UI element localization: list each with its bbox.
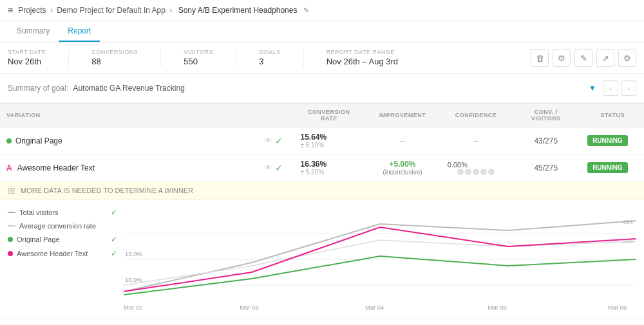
goal-summary-label: Summary of goal: Automatic GA Revenue Tr… <box>8 84 185 93</box>
warning-icon: ⊞ <box>8 185 15 196</box>
svg-text:Mar 03: Mar 03 <box>240 304 258 311</box>
svg-text:10.0%: 10.0% <box>125 277 142 283</box>
chart-section: Total visitors ✓ Average conversion rate… <box>0 200 644 319</box>
legend-color-visitors <box>8 212 15 213</box>
status-badge: RUNNING <box>587 162 628 173</box>
tab-report[interactable]: Report <box>59 21 100 42</box>
top-navigation: ≡ Projects › Demo Project for Default In… <box>0 0 644 21</box>
svg-text:Mar 06: Mar 06 <box>608 304 627 311</box>
legend-dot-awesome <box>8 251 13 256</box>
stat-date-range: REPORT DATE RANGE Nov 26th – Aug 3rd <box>327 49 398 66</box>
chart-legend: Total visitors ✓ Average conversion rate… <box>8 208 124 311</box>
prev-goal-button[interactable]: ‹ <box>603 80 618 96</box>
svg-text:15.0%: 15.0% <box>125 251 142 257</box>
eye-icon[interactable]: 👁 <box>264 136 272 145</box>
stat-divider-3 <box>236 49 236 67</box>
winner-banner: ⊞ MORE DATA IS NEEDED TO DETERMINE A WIN… <box>0 181 644 200</box>
svg-text:Mar 05: Mar 05 <box>488 304 507 311</box>
legend-check-icon: ✓ <box>111 208 117 217</box>
legend-color-avg <box>8 225 15 227</box>
dot-indicator <box>6 138 12 144</box>
svg-text:Mar 04: Mar 04 <box>365 304 384 311</box>
table-row: Original Page 👁 ✓ 15.64% ± 5.10% – – 43/… <box>0 127 644 154</box>
stat-divider-4 <box>303 49 304 67</box>
edit-icon[interactable]: ✎ <box>303 6 309 14</box>
conv-rate-cell: 16.36% ± 5.20% <box>294 154 365 181</box>
legend-item[interactable]: Original Page ✓ <box>8 235 117 244</box>
stats-actions: 🗑 ⚙ ✎ ⇗ ⚙ <box>531 49 636 67</box>
conv-rate-cell: 15.64% ± 5.10% <box>294 127 365 154</box>
delete-button[interactable]: 🗑 <box>531 49 549 67</box>
svg-text:235: 235 <box>623 238 633 245</box>
svg-text:404: 404 <box>623 219 633 225</box>
stat-visitors: VISITORS 550 <box>184 49 213 66</box>
status-cell: RUNNING <box>581 127 644 154</box>
breadcrumb-projects[interactable]: Projects <box>18 6 46 15</box>
stat-divider <box>68 49 69 67</box>
breadcrumb-current: Sony A/B Experiment Headphones <box>178 6 298 15</box>
share-button[interactable]: ⇗ <box>596 49 614 67</box>
stat-conversions: CONVERSIONS 88 <box>91 49 138 66</box>
config-button[interactable]: ⚙ <box>618 49 636 67</box>
improvement-cell: – <box>364 127 441 154</box>
menu-icon[interactable]: ≡ <box>8 5 13 15</box>
tab-bar: Summary Report <box>0 21 644 42</box>
stats-bar: START DATE Nov 26th CONVERSIONS 88 VISIT… <box>0 42 644 74</box>
chart-area: 15.0% 10.0% Mar 02 Mar 03 Mar 04 Mar 05 … <box>124 208 636 311</box>
check-icon: ✓ <box>275 136 283 146</box>
variation-name: A Awesome Header Text <box>6 163 95 172</box>
conv-visitors-cell: 43/275 <box>511 127 581 154</box>
status-badge: RUNNING <box>587 135 628 146</box>
svg-text:Mar 02: Mar 02 <box>124 304 142 311</box>
confidence-dots <box>448 169 505 175</box>
settings-button[interactable]: ⚙ <box>553 49 571 67</box>
legend-item[interactable]: Awesome Header Text ✓ <box>8 249 117 258</box>
row-actions: 👁 ✓ <box>264 163 283 173</box>
legend-check-icon: ✓ <box>111 249 117 258</box>
status-cell: RUNNING <box>581 154 644 181</box>
legend-dot-original <box>8 237 13 242</box>
goal-navigation: ▼ ‹ › <box>589 80 636 96</box>
tab-summary[interactable]: Summary <box>8 21 59 42</box>
variation-letter: A <box>6 163 12 172</box>
improvement-cell: +5.00% (inconclusive) <box>364 154 441 181</box>
winner-text: MORE DATA IS NEEDED TO DETERMINE A WINNE… <box>21 187 193 194</box>
stat-start-date: START DATE Nov 26th <box>8 49 46 66</box>
goal-summary-bar: Summary of goal: Automatic GA Revenue Tr… <box>0 74 644 103</box>
next-goal-button[interactable]: › <box>621 80 636 96</box>
legend-check-icon: ✓ <box>111 235 117 244</box>
breadcrumb: Projects › Demo Project for Default In A… <box>18 6 311 15</box>
legend-item[interactable]: Average conversion rate <box>8 222 117 230</box>
chart-svg: 15.0% 10.0% Mar 02 Mar 03 Mar 04 Mar 05 … <box>124 208 636 311</box>
edit-button[interactable]: ✎ <box>574 49 592 67</box>
full-report-title: FULL REPORT <box>0 319 644 325</box>
variation-name: Original Page <box>6 136 62 145</box>
confidence-cell: – <box>441 127 511 154</box>
funnel-icon: ▼ <box>589 84 596 93</box>
stat-goals: GOALS 3 <box>259 49 281 66</box>
stat-divider-2 <box>160 49 161 67</box>
breadcrumb-demo-project[interactable]: Demo Project for Default In App <box>57 6 166 15</box>
variation-table: VARIATION CONVERSIONRATE IMPROVEMENT CON… <box>0 103 644 181</box>
legend-item[interactable]: Total visitors ✓ <box>8 208 117 217</box>
row-actions: 👁 ✓ <box>264 136 283 146</box>
eye-icon[interactable]: 👁 <box>264 163 272 172</box>
confidence-cell: 0.00% <box>441 154 511 181</box>
table-row: A Awesome Header Text 👁 ✓ 16.36% ± 5.20%… <box>0 154 644 181</box>
check-icon: ✓ <box>275 163 283 173</box>
conv-visitors-cell: 45/275 <box>511 154 581 181</box>
